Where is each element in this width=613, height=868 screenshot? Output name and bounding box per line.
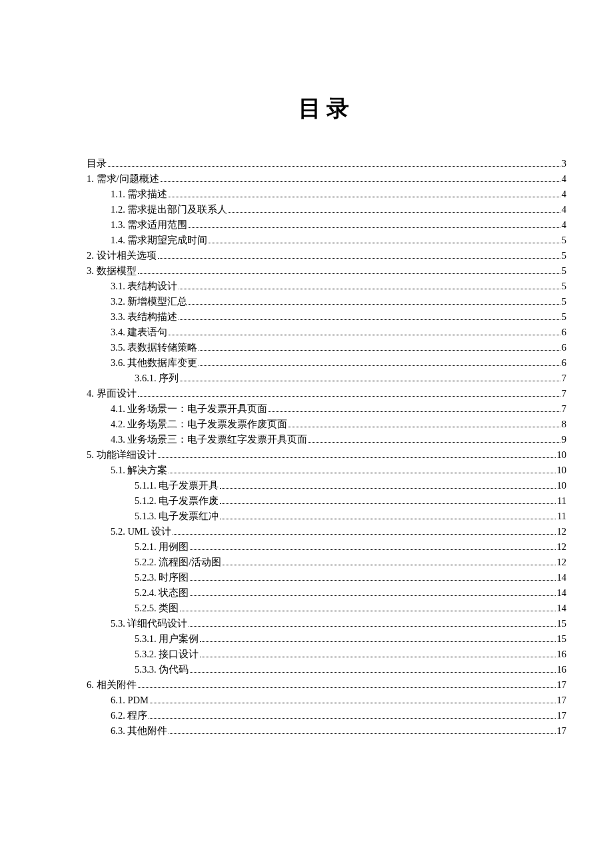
toc-entry-label: 3.5. 表数据转储策略 (111, 340, 197, 355)
toc-entry[interactable]: 5.2.5. 类图14 (87, 601, 566, 616)
toc-entry[interactable]: 5.2.2. 流程图/活动图12 (87, 555, 566, 570)
toc-entry[interactable]: 6.2. 程序17 (87, 708, 566, 723)
toc-entry[interactable]: 4.3. 业务场景三：电子发票红字发票开具页面9 (87, 432, 566, 447)
toc-entry-label: 2. 设计相关选项 (87, 248, 157, 263)
toc-dots (108, 166, 560, 167)
toc-entry[interactable]: 1. 需求/问题概述4 (87, 171, 566, 187)
toc-entry[interactable]: 目录3 (87, 156, 566, 171)
toc-entry[interactable]: 5.1.1. 电子发票开具10 (87, 478, 566, 493)
toc-title: 目录 (87, 93, 566, 124)
toc-entry[interactable]: 4.2. 业务场景二：电子发票发票作废页面8 (87, 417, 566, 432)
toc-entry-label: 1.4. 需求期望完成时间 (111, 233, 207, 248)
toc-dots (190, 672, 555, 673)
toc-entry[interactable]: 1.4. 需求期望完成时间5 (87, 233, 566, 248)
toc-entry[interactable]: 5.1.2. 电子发票作废11 (87, 493, 566, 509)
toc-entry-label: 5.3.1. 用户案例 (135, 631, 199, 647)
toc-entry-label: 5.3.3. 伪代码 (135, 662, 189, 677)
toc-entry-page: 14 (557, 570, 567, 585)
toc-dots (189, 626, 555, 627)
toc-dots (149, 718, 555, 719)
toc-entry-page: 15 (557, 616, 567, 631)
toc-entry[interactable]: 5.1.3. 电子发票红冲11 (87, 509, 566, 524)
toc-entry-label: 5.3. 详细代码设计 (111, 616, 187, 631)
toc-dots (200, 641, 555, 642)
toc-entry-page: 6 (562, 325, 566, 340)
toc-dots (169, 197, 560, 197)
toc-entry-label: 3.1. 表结构设计 (111, 279, 177, 294)
toc-entry[interactable]: 1.3. 需求适用范围4 (87, 217, 566, 233)
toc-dots (220, 488, 555, 489)
toc-entry-label: 5.1.1. 电子发票开具 (135, 478, 219, 493)
toc-entry[interactable]: 5.2.3. 时序图14 (87, 570, 566, 585)
toc-entry-label: 5.2.4. 状态图 (135, 585, 189, 601)
toc-dots (138, 273, 560, 274)
toc-entry-page: 11 (557, 509, 566, 524)
toc-entry[interactable]: 6.3. 其他附件17 (87, 723, 566, 739)
toc-list: 目录31. 需求/问题概述41.1. 需求描述41.2. 需求提出部门及联系人4… (87, 156, 566, 739)
toc-entry-page: 5 (562, 294, 566, 309)
toc-entry-page: 16 (557, 647, 567, 662)
toc-entry[interactable]: 4. 界面设计7 (87, 386, 566, 401)
toc-entry-page: 17 (557, 677, 567, 693)
toc-entry[interactable]: 3.6. 其他数据库变更6 (87, 355, 566, 371)
toc-entry-page: 11 (557, 493, 566, 509)
toc-entry[interactable]: 5.3. 详细代码设计15 (87, 616, 566, 631)
toc-entry-page: 7 (562, 371, 566, 386)
toc-dots (169, 733, 555, 734)
toc-entry-page: 9 (562, 432, 566, 447)
toc-entry-label: 目录 (87, 156, 107, 171)
toc-entry[interactable]: 3.2. 新增模型汇总5 (87, 294, 566, 309)
toc-dots (199, 365, 560, 366)
toc-entry[interactable]: 3.3. 表结构描述5 (87, 309, 566, 325)
toc-entry-label: 4.3. 业务场景三：电子发票红字发票开具页面 (111, 432, 307, 447)
toc-dots (223, 565, 555, 565)
toc-dots (229, 212, 560, 213)
toc-entry[interactable]: 5.3.2. 接口设计16 (87, 647, 566, 662)
toc-entry[interactable]: 5. 功能详细设计10 (87, 447, 566, 463)
toc-entry[interactable]: 4.1. 业务场景一：电子发票开具页面7 (87, 401, 566, 417)
toc-entry-page: 10 (557, 463, 567, 478)
toc-entry-label: 1. 需求/问题概述 (87, 171, 159, 187)
toc-entry[interactable]: 6.1. PDM17 (87, 693, 566, 708)
toc-entry[interactable]: 3.5. 表数据转储策略6 (87, 340, 566, 355)
toc-entry-label: 1.3. 需求适用范围 (111, 217, 187, 233)
toc-dots (179, 289, 560, 289)
toc-dots (138, 396, 560, 397)
toc-dots (199, 350, 560, 351)
toc-entry-label: 3. 数据模型 (87, 263, 137, 279)
toc-entry[interactable]: 5.1. 解决方案10 (87, 463, 566, 478)
toc-entry-page: 3 (562, 156, 566, 171)
toc-entry-label: 1.1. 需求描述 (111, 187, 167, 202)
toc-entry[interactable]: 5.2.1. 用例图12 (87, 539, 566, 555)
toc-entry[interactable]: 5.3.3. 伪代码16 (87, 662, 566, 677)
toc-entry-label: 6. 相关附件 (87, 677, 137, 693)
toc-dots (158, 258, 560, 259)
toc-entry[interactable]: 1.1. 需求描述4 (87, 187, 566, 202)
toc-entry-label: 5.1.3. 电子发票红冲 (135, 509, 219, 524)
toc-entry-label: 5.2. UML 设计 (111, 524, 171, 539)
toc-entry-page: 10 (557, 478, 567, 493)
toc-entry-page: 15 (557, 631, 567, 647)
toc-entry[interactable]: 5.3.1. 用户案例15 (87, 631, 566, 647)
toc-entry-label: 5.3.2. 接口设计 (135, 647, 199, 662)
toc-dots (180, 611, 555, 611)
toc-dots (179, 319, 560, 320)
toc-entry[interactable]: 3.4. 建表语句6 (87, 325, 566, 340)
toc-entry[interactable]: 5.2.4. 状态图14 (87, 585, 566, 601)
toc-entry-page: 5 (562, 248, 566, 263)
toc-entry-label: 6.1. PDM (111, 693, 149, 708)
toc-entry-page: 17 (557, 723, 567, 739)
toc-entry-page: 17 (557, 708, 567, 723)
toc-entry-page: 5 (562, 263, 566, 279)
toc-entry-page: 12 (557, 555, 567, 570)
toc-entry[interactable]: 3.6.1. 序列7 (87, 371, 566, 386)
toc-entry-page: 16 (557, 662, 567, 677)
toc-entry[interactable]: 3.1. 表结构设计5 (87, 279, 566, 294)
toc-entry-label: 3.2. 新增模型汇总 (111, 294, 187, 309)
toc-entry[interactable]: 3. 数据模型5 (87, 263, 566, 279)
toc-entry[interactable]: 6. 相关附件17 (87, 677, 566, 693)
toc-entry[interactable]: 1.2. 需求提出部门及联系人4 (87, 202, 566, 217)
toc-entry-label: 4.1. 业务场景一：电子发票开具页面 (111, 401, 267, 417)
toc-entry[interactable]: 5.2. UML 设计12 (87, 524, 566, 539)
toc-entry[interactable]: 2. 设计相关选项5 (87, 248, 566, 263)
